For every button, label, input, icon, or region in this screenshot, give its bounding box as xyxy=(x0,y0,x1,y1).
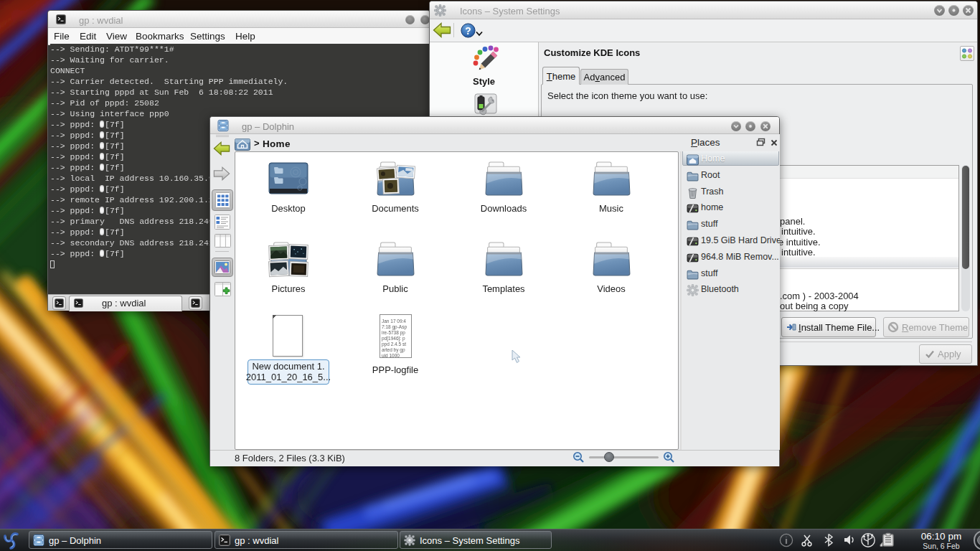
svg-text:?: ? xyxy=(465,25,471,37)
